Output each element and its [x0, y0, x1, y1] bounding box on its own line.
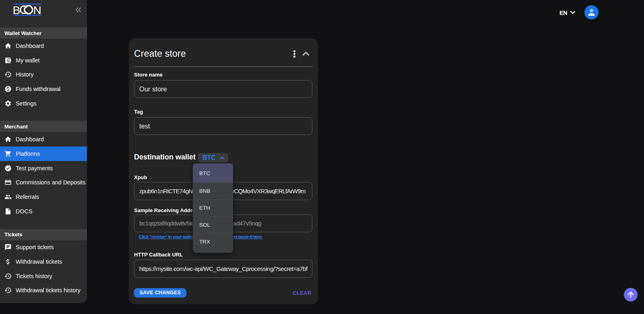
svg-text:N: N	[33, 4, 41, 17]
svg-text:B: B	[13, 4, 20, 17]
